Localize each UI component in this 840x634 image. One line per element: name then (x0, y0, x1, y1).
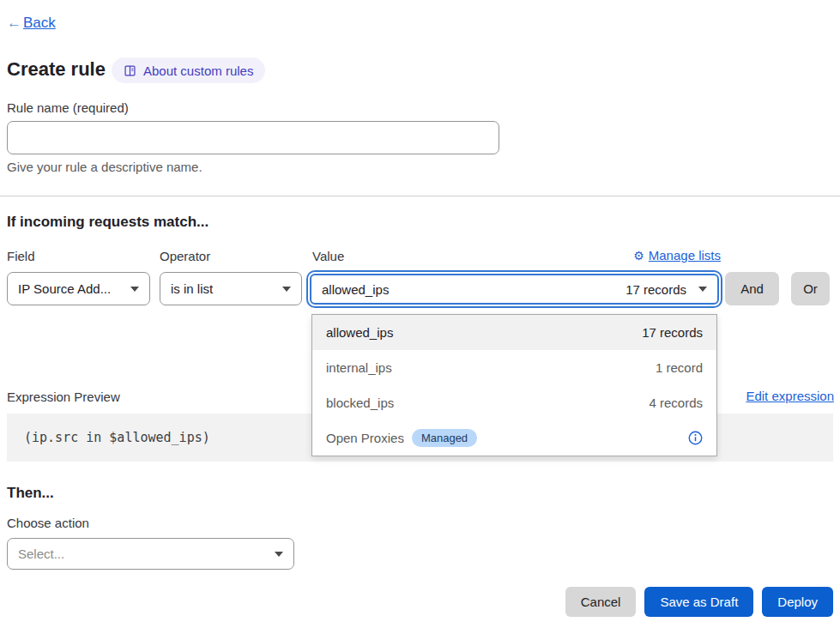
cancel-button[interactable]: Cancel (565, 587, 637, 617)
chevron-down-icon (698, 287, 707, 292)
list-option-name: blocked_ips (326, 395, 394, 410)
gear-icon: ⚙ (633, 249, 644, 263)
page-title: Create rule (7, 58, 106, 81)
expression-preview-label: Expression Preview (7, 389, 120, 404)
field-label: Field (7, 249, 35, 263)
value-select-record-count: 17 records (625, 282, 686, 297)
book-icon (124, 64, 136, 77)
section-divider (0, 196, 840, 196)
list-option-allowed-ips[interactable]: allowed_ips 17 records (312, 315, 716, 350)
chevron-down-icon (130, 287, 139, 292)
list-option-internal-ips[interactable]: internal_ips 1 record (312, 350, 716, 385)
match-section-heading: If incoming requests match... (7, 214, 208, 231)
field-select-value: IP Source Add... (18, 281, 111, 296)
action-select[interactable]: Select... (7, 538, 294, 570)
value-select[interactable]: allowed_ips 17 records (310, 274, 719, 305)
deploy-button[interactable]: Deploy (762, 587, 833, 617)
or-button[interactable]: Or (791, 272, 830, 305)
action-select-placeholder: Select... (18, 546, 64, 561)
managed-badge: Managed (412, 429, 477, 447)
footer-actions: Cancel Save as Draft Deploy (565, 587, 833, 617)
save-as-draft-button[interactable]: Save as Draft (644, 587, 753, 617)
chevron-down-icon (282, 287, 291, 292)
rule-name-label: Rule name (required) (7, 100, 129, 115)
list-option-records: 4 records (649, 395, 703, 410)
manage-lists-label: Manage lists (649, 248, 721, 263)
rule-name-helper-text: Give your rule a descriptive name. (7, 160, 202, 174)
operator-select-value: is in list (171, 281, 213, 296)
about-custom-rules-link[interactable]: About custom rules (112, 57, 265, 83)
back-link[interactable]: ← Back (7, 15, 56, 32)
info-icon[interactable] (688, 431, 703, 445)
expression-code-text: (ip.src in $allowed_ips) (24, 430, 210, 445)
list-option-name: internal_ips (326, 360, 392, 375)
value-label: Value (312, 249, 344, 263)
edit-expression-link[interactable]: Edit expression (746, 389, 834, 403)
list-option-open-proxies[interactable]: Open Proxies Managed (312, 420, 716, 456)
value-select-value: allowed_ips (322, 282, 389, 297)
operator-select[interactable]: is in list (160, 272, 302, 305)
manage-lists-link[interactable]: ⚙ Manage lists (633, 248, 721, 263)
then-section-heading: Then... (7, 485, 54, 502)
rule-name-input[interactable] (7, 121, 499, 154)
list-option-name: allowed_ips (326, 325, 393, 340)
back-arrow-icon: ← (7, 15, 21, 32)
list-option-name: Open Proxies (326, 431, 404, 445)
list-dropdown-menu: allowed_ips 17 records internal_ips 1 re… (311, 314, 717, 456)
about-custom-rules-label: About custom rules (143, 63, 253, 78)
and-button[interactable]: And (725, 272, 779, 305)
back-label: Back (23, 15, 56, 32)
choose-action-label: Choose action (7, 516, 89, 530)
field-select[interactable]: IP Source Add... (7, 272, 150, 305)
operator-label: Operator (160, 249, 210, 263)
list-option-records: 17 records (642, 325, 703, 340)
list-option-blocked-ips[interactable]: blocked_ips 4 records (312, 385, 716, 420)
chevron-down-icon (275, 552, 283, 557)
list-option-records: 1 record (656, 360, 703, 375)
